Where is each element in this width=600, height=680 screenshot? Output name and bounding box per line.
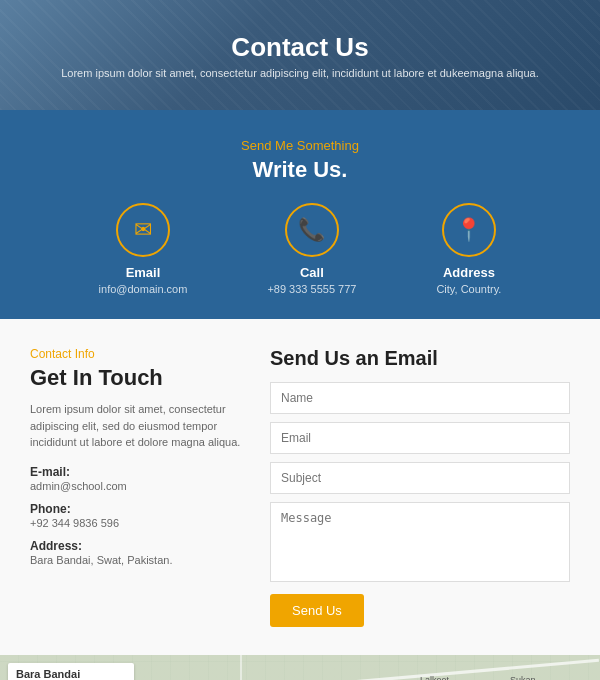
- hero-title: Contact Us: [61, 32, 539, 63]
- contact-icons-row: ✉ Email info@domain.com 📞 Call +89 333 5…: [20, 203, 580, 295]
- email-field-value: admin@school.com: [30, 480, 250, 492]
- email-icon: ✉: [116, 203, 170, 257]
- address-field-value: Bara Bandai, Swat, Pakistan.: [30, 554, 250, 566]
- address-field-row: Address: Bara Bandai, Swat, Pakistan.: [30, 539, 250, 566]
- phone-field-value: +92 344 9836 596: [30, 517, 250, 529]
- call-contact-item: 📞 Call +89 333 5555 777: [267, 203, 356, 295]
- contact-description: Lorem ipsum dolor sit amet, consectetur …: [30, 401, 250, 451]
- subject-input[interactable]: [270, 462, 570, 494]
- address-label: Address: [443, 265, 495, 280]
- blue-section: Send Me Something Write Us. ✉ Email info…: [0, 110, 600, 319]
- phone-field-label: Phone:: [30, 502, 250, 516]
- email-label: Email: [126, 265, 161, 280]
- hero-section: Contact Us Lorem ipsum dolor sit amet, c…: [0, 0, 600, 110]
- contact-left-panel: Contact Info Get In Touch Lorem ipsum do…: [30, 347, 250, 627]
- call-label: Call: [300, 265, 324, 280]
- hero-subtitle: Lorem ipsum dolor sit amet, consectetur …: [61, 67, 539, 79]
- email-form-panel: Send Us an Email Send Us: [270, 347, 570, 627]
- phone-field-row: Phone: +92 344 9836 596: [30, 502, 250, 529]
- hero-content: Contact Us Lorem ipsum dolor sit amet, c…: [61, 32, 539, 79]
- address-field-label: Address:: [30, 539, 250, 553]
- call-value: +89 333 5555 777: [267, 283, 356, 295]
- get-in-touch-heading: Get In Touch: [30, 365, 250, 391]
- map-city: Bara Bandai: [16, 668, 126, 680]
- blue-section-title: Write Us.: [20, 157, 580, 183]
- map-info-box: Bara Bandai Swat, Khyber Pakhtunkhwa Dir…: [8, 663, 134, 680]
- name-input[interactable]: [270, 382, 570, 414]
- map-label-2: Lalkeet: [420, 675, 449, 680]
- message-textarea[interactable]: [270, 502, 570, 582]
- email-input[interactable]: [270, 422, 570, 454]
- address-contact-item: 📍 Address City, Country.: [436, 203, 501, 295]
- email-field-row: E-mail: admin@school.com: [30, 465, 250, 492]
- map-label-5: Sukan: [510, 675, 536, 680]
- address-value: City, Country.: [436, 283, 501, 295]
- address-icon: 📍: [442, 203, 496, 257]
- email-contact-item: ✉ Email info@domain.com: [99, 203, 188, 295]
- middle-section: Contact Info Get In Touch Lorem ipsum do…: [0, 319, 600, 655]
- email-form-heading: Send Us an Email: [270, 347, 570, 370]
- map-section: Matta Lalkeet Shinkiar Beshm City Sukan …: [0, 655, 600, 680]
- blue-section-subtitle: Send Me Something: [20, 138, 580, 153]
- map-road-3: [240, 655, 242, 680]
- send-button[interactable]: Send Us: [270, 594, 364, 627]
- email-field-label: E-mail:: [30, 465, 250, 479]
- contact-info-label: Contact Info: [30, 347, 250, 361]
- email-value: info@domain.com: [99, 283, 188, 295]
- phone-icon: 📞: [285, 203, 339, 257]
